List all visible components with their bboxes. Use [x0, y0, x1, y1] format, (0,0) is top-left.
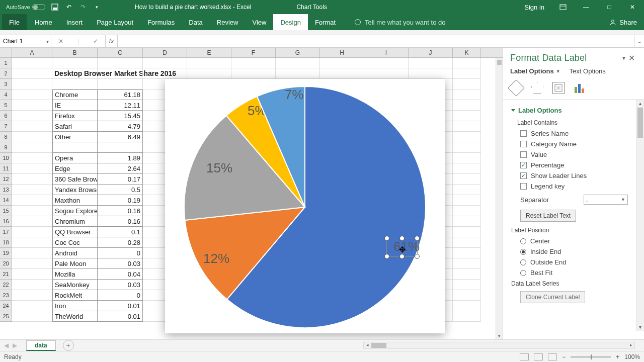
share-button[interactable]: Share: [609, 14, 644, 30]
effects-icon[interactable]: [531, 82, 543, 94]
position-inside-end-radio[interactable]: [520, 249, 526, 255]
cell[interactable]: [453, 216, 481, 227]
category-name-checkbox[interactable]: [520, 141, 527, 147]
cell[interactable]: [12, 121, 52, 132]
cell[interactable]: Maxthon: [52, 195, 98, 206]
row-header[interactable]: 21: [0, 269, 12, 280]
fx-icon[interactable]: fx: [106, 35, 118, 47]
cell[interactable]: [12, 58, 52, 68]
cell[interactable]: Other: [52, 132, 98, 142]
pie-data-label[interactable]: 12%: [203, 251, 229, 266]
column-header[interactable]: D: [143, 48, 187, 57]
cell[interactable]: [12, 311, 52, 322]
row-header[interactable]: 13: [0, 185, 12, 195]
cell[interactable]: [12, 111, 52, 121]
cell[interactable]: 1.89: [98, 153, 143, 163]
cell[interactable]: [12, 301, 52, 311]
column-header[interactable]: I: [364, 48, 409, 57]
row-header[interactable]: 10: [0, 153, 12, 163]
zoom-out-icon[interactable]: −: [562, 353, 566, 360]
label-options-icon[interactable]: [574, 82, 586, 94]
row-header[interactable]: 9: [0, 142, 12, 153]
minimize-icon[interactable]: —: [575, 0, 598, 14]
cell[interactable]: [453, 132, 481, 142]
cell[interactable]: [98, 68, 143, 79]
cell[interactable]: 0: [98, 248, 143, 258]
cell[interactable]: SeaMonkey: [52, 280, 98, 290]
cell[interactable]: [12, 68, 52, 79]
close-icon[interactable]: ✕: [621, 0, 644, 14]
cell[interactable]: 2.64: [98, 163, 143, 174]
cell[interactable]: [453, 258, 481, 269]
tab-design[interactable]: Design: [273, 14, 307, 30]
cell[interactable]: 0.04: [98, 269, 143, 280]
cell[interactable]: 0.01: [98, 301, 143, 311]
horizontal-scrollbar[interactable]: ◂▸: [363, 342, 635, 349]
cell[interactable]: [453, 195, 481, 206]
cell[interactable]: 6.49: [98, 132, 143, 142]
cell[interactable]: RockMelt: [52, 290, 98, 301]
cell[interactable]: QQ Browser: [52, 227, 98, 237]
tab-insert[interactable]: Insert: [59, 14, 90, 30]
reset-label-text-button[interactable]: Reset Label Text: [520, 210, 576, 222]
zoom-slider[interactable]: [571, 356, 611, 358]
cell[interactable]: [12, 258, 52, 269]
cell[interactable]: [52, 58, 98, 68]
cell[interactable]: [453, 163, 481, 174]
cell[interactable]: [12, 153, 52, 163]
cell[interactable]: [98, 142, 143, 153]
cell[interactable]: [12, 100, 52, 111]
cell[interactable]: [12, 79, 52, 89]
column-header[interactable]: B: [52, 48, 98, 57]
cell[interactable]: Yandex Browser: [52, 185, 98, 195]
row-header[interactable]: 16: [0, 216, 12, 227]
cell[interactable]: [453, 111, 481, 121]
save-icon[interactable]: [50, 3, 59, 12]
cell[interactable]: [231, 68, 276, 79]
cell[interactable]: [12, 132, 52, 142]
cell[interactable]: [12, 142, 52, 153]
row-header[interactable]: 8: [0, 132, 12, 142]
tab-page-layout[interactable]: Page Layout: [90, 14, 140, 30]
sheet-nav-next-icon[interactable]: ▶: [13, 342, 17, 349]
cell[interactable]: [12, 248, 52, 258]
tab-view[interactable]: View: [245, 14, 273, 30]
size-props-icon[interactable]: [552, 82, 565, 94]
cell[interactable]: [453, 121, 481, 132]
cell[interactable]: [453, 248, 481, 258]
cell[interactable]: [12, 163, 52, 174]
cell[interactable]: [231, 58, 276, 68]
pie-data-label[interactable]: 7%: [285, 87, 304, 102]
cell[interactable]: [12, 216, 52, 227]
cell[interactable]: [453, 79, 481, 89]
row-header[interactable]: 7: [0, 121, 12, 132]
clone-label-button[interactable]: Clone Current Label: [520, 291, 585, 303]
percentage-checkbox[interactable]: [520, 162, 527, 168]
cell[interactable]: [320, 68, 364, 79]
cell[interactable]: [453, 269, 481, 280]
cell[interactable]: [12, 237, 52, 248]
tab-home[interactable]: Home: [28, 14, 59, 30]
select-all-triangle[interactable]: [0, 48, 12, 57]
cell[interactable]: [409, 68, 453, 79]
column-header[interactable]: C: [98, 48, 143, 57]
legend-key-checkbox[interactable]: [520, 183, 527, 190]
ribbon-display-icon[interactable]: [551, 0, 575, 14]
cell[interactable]: Opera: [52, 153, 98, 163]
cell[interactable]: [52, 79, 98, 89]
cell[interactable]: [453, 100, 481, 111]
tab-review[interactable]: Review: [210, 14, 246, 30]
cell[interactable]: [12, 185, 52, 195]
column-header[interactable]: K: [453, 48, 481, 57]
cell[interactable]: [453, 58, 481, 68]
row-header[interactable]: 4: [0, 89, 12, 100]
row-header[interactable]: 6: [0, 111, 12, 121]
name-box[interactable]: Chart 1▾: [0, 35, 51, 47]
cell[interactable]: [12, 227, 52, 237]
cell[interactable]: [98, 58, 143, 68]
sign-in-link[interactable]: Sign in: [517, 4, 551, 11]
normal-view-icon[interactable]: [520, 353, 529, 360]
pie-chart-object[interactable]: 61%12%15%5%7% ✥: [165, 79, 445, 333]
tab-file[interactable]: File: [2, 14, 27, 30]
cell[interactable]: [453, 174, 481, 185]
